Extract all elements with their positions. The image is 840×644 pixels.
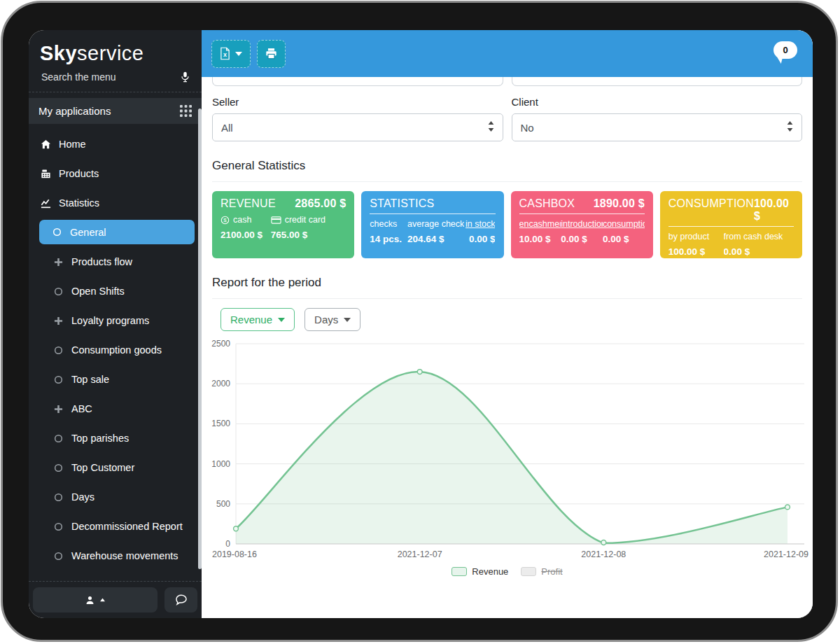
stat-card-statistics: STATISTICSchecksaverage checkin stock14 … — [361, 191, 503, 258]
sidebar-item-label: Home — [59, 139, 86, 150]
circle-icon — [52, 463, 64, 472]
card-col-label-link[interactable]: consumption — [603, 219, 645, 229]
data-point-marker[interactable] — [234, 526, 239, 531]
sidebar-item-label: Top parishes — [71, 433, 129, 444]
divider — [212, 181, 802, 182]
card-col-value: 14 pcs. — [370, 234, 407, 244]
client-select[interactable]: No — [512, 113, 803, 141]
home-icon — [40, 139, 51, 150]
svg-text:2021-12-08: 2021-12-08 — [581, 550, 626, 559]
card-col-value: 2100.00 $ — [220, 230, 271, 240]
svg-text:500: 500 — [216, 499, 230, 509]
sidebar-item-top-parishes[interactable]: Top parishes — [29, 424, 202, 453]
metric-dropdown-button[interactable]: Revenue — [220, 308, 295, 331]
card-col-label-link[interactable]: introduction — [561, 219, 603, 229]
card-col-value: 10.00 $ — [519, 234, 561, 244]
data-point-marker[interactable] — [417, 370, 422, 374]
sidebar-item-label: Top Customer — [71, 462, 134, 473]
plus-icon — [52, 258, 64, 267]
sidebar-item-label: Warehouse movements — [71, 550, 178, 561]
card-title: REVENUE — [220, 197, 276, 210]
report-period-heading: Report for the period — [212, 276, 802, 290]
my-applications-button[interactable]: My applications — [29, 98, 202, 124]
sidebar-item-label: Decommissioned Report — [71, 521, 183, 532]
notification-bubble[interactable]: 0 — [774, 41, 797, 59]
sidebar-item-consumption-goods[interactable]: Consumption goods — [29, 335, 202, 365]
logo-bold: Sky — [40, 42, 77, 64]
main-area: x 0 Seller All — [202, 30, 813, 618]
user-menu-button[interactable] — [33, 587, 158, 612]
filters-row: Seller All Client No — [212, 86, 802, 141]
user-icon — [85, 596, 94, 605]
sidebar-item-label: Consumption goods — [71, 344, 162, 356]
card-divider — [370, 214, 495, 214]
sidebar-item-products-flow[interactable]: Products flow — [29, 247, 202, 276]
date-to-input[interactable] — [512, 77, 803, 86]
export-excel-button[interactable]: x — [211, 40, 251, 68]
client-filter: Client No — [512, 86, 803, 141]
card-col-value: 765.00 $ — [271, 230, 346, 240]
plus-icon — [52, 316, 64, 326]
sidebar-item-products[interactable]: Products — [29, 159, 202, 188]
chat-button[interactable] — [164, 587, 197, 612]
sidebar-item-open-shifts[interactable]: Open Shifts — [29, 276, 202, 306]
sidebar-item-label: Loyalty programs — [71, 315, 149, 326]
svg-text:1000: 1000 — [211, 459, 230, 469]
sidebar-item-abc[interactable]: ABC — [29, 394, 202, 424]
select-arrows-icon — [787, 121, 793, 134]
revenue-area-chart[interactable]: 050010001500200025002019-08-162021-12-07… — [212, 337, 802, 562]
circle-icon — [52, 287, 64, 296]
sidebar-item-home[interactable]: Home — [29, 130, 202, 159]
card-title: STATISTICS — [370, 197, 434, 210]
client-value: No — [521, 122, 534, 134]
stat-card-consumption: CONSUMPTION100.00 $by productfrom cash d… — [660, 191, 802, 258]
card-col-value: 0.00 $ — [603, 234, 645, 244]
svg-text:x: x — [223, 51, 227, 58]
stat-card-revenue: REVENUE2865.00 $$cashcredit card2100.00 … — [212, 191, 354, 258]
print-button[interactable] — [257, 40, 286, 68]
sidebar-item-label: ABC — [71, 403, 92, 414]
caret-up-icon — [99, 598, 104, 602]
sidebar-item-warehouse-movements[interactable]: Warehouse movements — [29, 541, 202, 570]
device-frame: Skyservice My applications HomeProductsS… — [1, 1, 838, 642]
interval-dropdown-button[interactable]: Days — [304, 308, 360, 331]
printer-icon — [265, 48, 277, 59]
topbar: x 0 — [202, 30, 813, 77]
interval-value: Days — [314, 314, 338, 326]
sidebar-item-statistics[interactable]: Statistics — [29, 188, 202, 218]
stat-card-cashbox: CASHBOX1890.00 $encashmentintroductionco… — [511, 191, 653, 258]
app-logo: Skyservice — [29, 30, 202, 68]
card-divider — [668, 226, 794, 227]
sidebar-item-top-sale[interactable]: Top sale — [29, 365, 202, 394]
microphone-icon[interactable] — [180, 71, 190, 83]
sidebar-item-decommissioned-report[interactable]: Decommissioned Report — [29, 512, 202, 541]
page-content: Seller All Client No Genera — [202, 77, 813, 618]
legend-swatch — [521, 567, 536, 576]
sidebar-item-label: General — [70, 227, 106, 238]
sidebar-item-general[interactable]: General — [39, 220, 195, 244]
search-input[interactable] — [40, 71, 174, 83]
grid-icon — [180, 105, 192, 117]
sidebar-item-loyalty-programs[interactable]: Loyalty programs — [29, 306, 202, 335]
sidebar-item-top-customer[interactable]: Top Customer — [29, 453, 202, 482]
logo-light: service — [77, 42, 144, 64]
data-point-marker[interactable] — [601, 540, 606, 545]
date-from-input[interactable] — [212, 77, 503, 86]
seller-select[interactable]: All — [212, 113, 503, 141]
legend-item-revenue[interactable]: Revenue — [451, 566, 508, 577]
card-col-label: credit card — [271, 215, 346, 225]
plus-icon — [52, 405, 64, 414]
chart-icon — [40, 198, 51, 209]
card-col-label-link[interactable]: encashment — [519, 219, 561, 229]
card-col-label-link[interactable]: in stock — [464, 219, 496, 229]
sidebar-item-days[interactable]: Days — [29, 482, 202, 512]
divider — [212, 298, 802, 299]
sidebar-nav: HomeProductsStatisticsGeneralProducts fl… — [29, 124, 202, 581]
sidebar-footer — [29, 581, 202, 618]
client-label: Client — [512, 96, 803, 108]
legend-item-profit[interactable]: Profit — [521, 566, 562, 577]
svg-text:2021-12-09: 2021-12-09 — [764, 550, 808, 559]
data-point-marker[interactable] — [785, 505, 790, 510]
coin-icon: $ — [220, 216, 230, 225]
notification-count: 0 — [783, 45, 788, 55]
